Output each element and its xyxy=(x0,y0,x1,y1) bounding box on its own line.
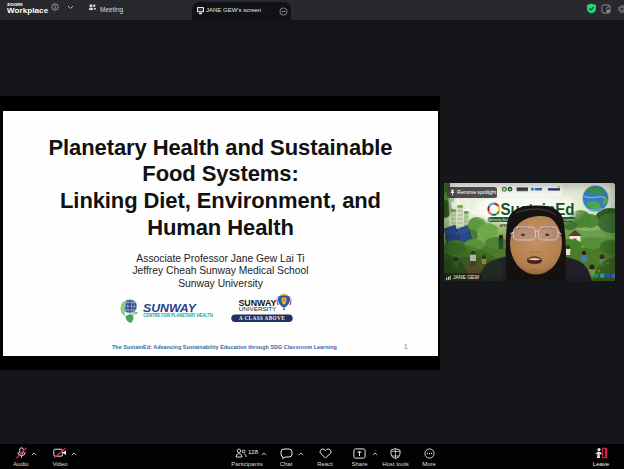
svg-text:CENTRE FOR PLANETARY HEALTH: CENTRE FOR PLANETARY HEALTH xyxy=(143,313,213,318)
svg-text:A CLASS ABOVE: A CLASS ABOVE xyxy=(239,315,285,321)
svg-text:UNIVERSITY: UNIVERSITY xyxy=(239,306,277,312)
svg-text:SUNWAY: SUNWAY xyxy=(143,302,198,314)
